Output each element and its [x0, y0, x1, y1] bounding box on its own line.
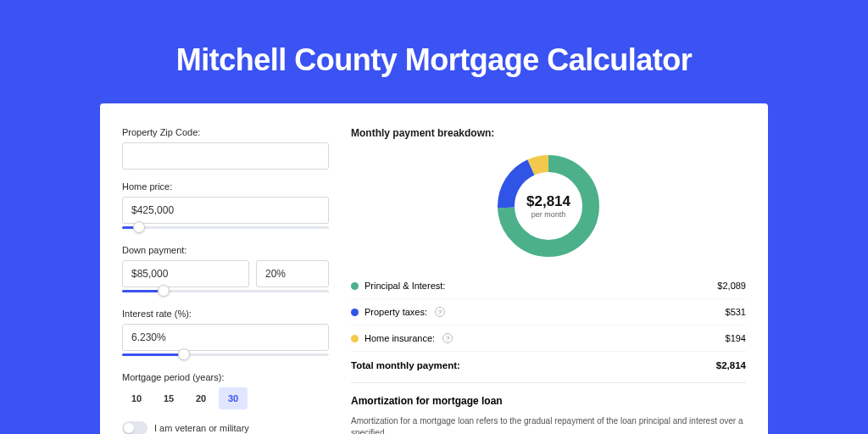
donut-chart: $2,814 per month: [351, 142, 746, 273]
legend-row-principal: Principal & Interest: $2,089: [351, 273, 746, 299]
dot-icon: [351, 309, 359, 316]
period-btn-10[interactable]: 10: [122, 387, 151, 409]
period-label: Mortgage period (years):: [122, 372, 329, 382]
total-row: Total monthly payment: $2,814: [351, 352, 746, 382]
breakdown-heading: Monthly payment breakdown:: [351, 127, 746, 139]
price-label: Home price:: [122, 181, 329, 192]
legend-value: $531: [726, 307, 746, 317]
veteran-field: I am veteran or military: [122, 421, 329, 434]
page-title: Mitchell County Mortgage Calculator: [0, 0, 868, 103]
down-amount-input[interactable]: [122, 260, 249, 287]
total-value: $2,814: [716, 360, 746, 370]
period-btn-20[interactable]: 20: [186, 387, 215, 409]
rate-input[interactable]: [122, 324, 329, 351]
legend-label: Home insurance:: [364, 333, 435, 343]
calculator-card: Property Zip Code: Home price: Down paym…: [100, 103, 768, 434]
legend-row-taxes: Property taxes: ? $531: [351, 299, 746, 326]
price-slider-thumb[interactable]: [133, 221, 145, 233]
down-slider[interactable]: [122, 287, 329, 297]
down-field: Down payment:: [122, 245, 329, 297]
legend-label: Principal & Interest:: [364, 281, 445, 291]
down-slider-thumb[interactable]: [158, 285, 170, 297]
rate-label: Interest rate (%):: [122, 309, 329, 319]
price-field: Home price:: [122, 181, 329, 233]
breakdown-column: Monthly payment breakdown: $2,814 per mo…: [351, 127, 746, 419]
dot-icon: [351, 282, 359, 290]
rate-field: Interest rate (%):: [122, 309, 329, 360]
amort-title: Amortization for mortgage loan: [351, 395, 746, 407]
legend-label: Property taxes:: [364, 307, 427, 317]
price-input[interactable]: [122, 197, 329, 224]
donut-amount: $2,814: [526, 193, 570, 210]
period-btn-15[interactable]: 15: [154, 387, 183, 409]
period-field: Mortgage period (years): 10 15 20 30: [122, 372, 329, 409]
amort-text: Amortization for a mortgage loan refers …: [351, 415, 746, 434]
legend-value: $2,089: [717, 281, 746, 291]
period-options: 10 15 20 30: [122, 387, 329, 409]
info-icon[interactable]: ?: [435, 307, 445, 317]
down-label: Down payment:: [122, 245, 329, 255]
legend-value: $194: [726, 333, 746, 343]
toggle-knob: [124, 423, 134, 433]
down-percent-input[interactable]: [256, 260, 329, 287]
veteran-toggle[interactable]: [122, 421, 147, 434]
legend-row-insurance: Home insurance: ? $194: [351, 326, 746, 352]
zip-field: Property Zip Code:: [122, 127, 329, 170]
veteran-label: I am veteran or military: [154, 423, 249, 433]
form-column: Property Zip Code: Home price: Down paym…: [122, 127, 329, 419]
zip-input[interactable]: [122, 142, 329, 170]
divider: [351, 382, 746, 383]
zip-label: Property Zip Code:: [122, 127, 329, 137]
dot-icon: [351, 335, 359, 342]
period-btn-30[interactable]: 30: [219, 387, 248, 409]
total-label: Total monthly payment:: [351, 360, 460, 370]
rate-slider[interactable]: [122, 350, 329, 360]
donut-center: $2,814 per month: [497, 154, 600, 258]
donut-sub: per month: [531, 210, 566, 219]
rate-slider-thumb[interactable]: [178, 348, 190, 360]
price-slider[interactable]: [122, 223, 329, 233]
info-icon[interactable]: ?: [442, 333, 453, 343]
